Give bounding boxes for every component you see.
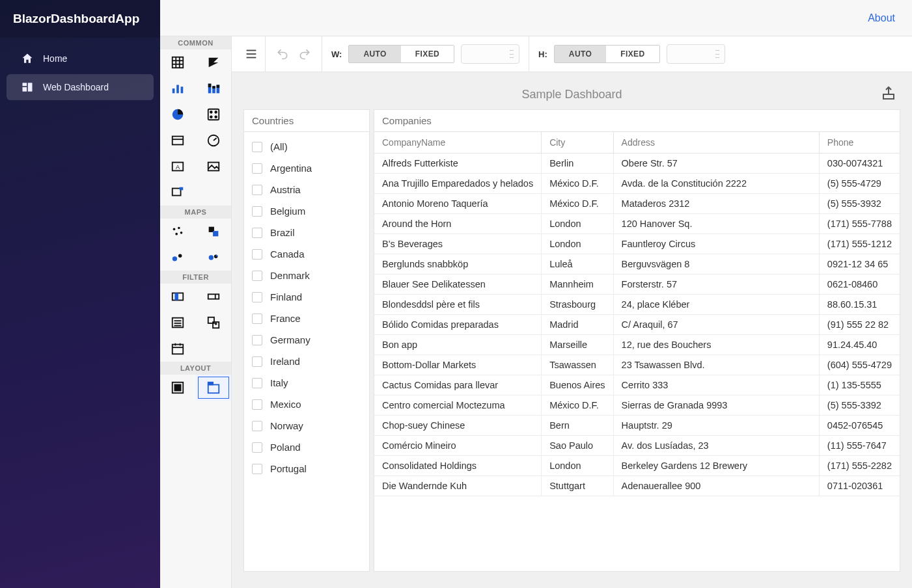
height-mode-toggle[interactable]: AUTO FIXED: [554, 45, 660, 63]
tool-dice[interactable]: [196, 101, 232, 127]
tool-pie-map[interactable]: [196, 245, 232, 271]
table-row[interactable]: Bólido Comidas preparadasMadridC/ Araqui…: [374, 315, 900, 335]
cell-name: Berglunds snabbköp: [374, 254, 542, 274]
toolbox-group-common: COMMON: [160, 36, 231, 49]
cell-address: 23 Tsawassen Blvd.: [613, 355, 819, 375]
table-row[interactable]: Consolidated HoldingsLondonBerkeley Gard…: [374, 456, 900, 476]
cell-phone: 88.60.15.31: [819, 295, 900, 315]
cell-phone: (171) 555-1212: [819, 234, 900, 254]
svg-point-19: [210, 111, 212, 113]
height-input[interactable]: [667, 44, 725, 64]
cell-name: Bottom-Dollar Markets: [374, 355, 542, 375]
col-company-name[interactable]: CompanyName: [374, 132, 542, 154]
companies-table: CompanyName City Address Phone Alfreds F…: [374, 132, 900, 496]
cell-name: Comércio Mineiro: [374, 436, 542, 456]
table-row[interactable]: Blauer See DelikatessenMannheimForsterst…: [374, 274, 900, 295]
tool-bubble-map[interactable]: [160, 245, 196, 271]
cell-address: Sierras de Granada 9993: [613, 395, 819, 416]
width-auto-button[interactable]: AUTO: [349, 46, 400, 62]
tool-text[interactable]: A: [160, 154, 196, 180]
tool-tab-container[interactable]: [196, 375, 232, 401]
tool-list-filter[interactable]: [160, 310, 196, 336]
country-item[interactable]: Portugal: [251, 458, 363, 479]
svg-rect-31: [180, 187, 184, 191]
tool-pie-chart[interactable]: [160, 101, 196, 127]
table-row[interactable]: Bon appMarseille12, rue des Bouchers91.2…: [374, 335, 900, 355]
tool-date-filter[interactable]: [160, 336, 196, 362]
width-fixed-button[interactable]: FIXED: [401, 46, 454, 62]
width-mode-toggle[interactable]: AUTO FIXED: [348, 45, 454, 63]
svg-rect-43: [175, 293, 179, 301]
country-item[interactable]: Italy: [251, 372, 363, 394]
country-item[interactable]: Poland: [251, 436, 363, 458]
country-item[interactable]: Ireland: [251, 351, 363, 372]
table-row[interactable]: Chop-suey ChineseBernHauptstr. 290452-07…: [374, 416, 900, 436]
checkbox-icon: [252, 292, 262, 302]
cell-name: B's Beverages: [374, 234, 542, 254]
table-row[interactable]: Antonio Moreno TaqueríaMéxico D.F.Matade…: [374, 194, 900, 214]
table-row[interactable]: Berglunds snabbköpLuleåBerguvsvägen 8092…: [374, 254, 900, 274]
tool-bound-image[interactable]: [160, 180, 196, 206]
toolbox-group-maps: MAPS: [160, 206, 231, 219]
country-item[interactable]: Austria: [251, 179, 363, 200]
tool-combo-filter[interactable]: [196, 284, 232, 310]
country-item[interactable]: France: [251, 308, 363, 329]
height-auto-button[interactable]: AUTO: [555, 46, 606, 62]
country-item[interactable]: Brazil: [251, 222, 363, 243]
table-row[interactable]: Die Wandernde KuhStuttgartAdenauerallee …: [374, 476, 900, 496]
table-row[interactable]: Ana Trujillo Emparedados y heladosMéxico…: [374, 174, 900, 194]
width-input[interactable]: [461, 44, 519, 64]
height-fixed-button[interactable]: FIXED: [606, 46, 659, 62]
table-row[interactable]: Centro comercial MoctezumaMéxico D.F.Sie…: [374, 395, 900, 416]
cell-address: Avda. de la Constitución 2222: [613, 174, 819, 194]
menu-button[interactable]: [237, 36, 266, 72]
cell-city: Tsawassen: [542, 355, 613, 375]
workspace: COMMON A MAPS F: [160, 36, 912, 588]
col-phone[interactable]: Phone: [819, 132, 900, 154]
table-row[interactable]: Cactus Comidas para llevarBuenos AiresCe…: [374, 375, 900, 395]
tool-card[interactable]: [160, 127, 196, 154]
tool-gauge[interactable]: [196, 127, 232, 154]
tool-tree-filter[interactable]: [196, 310, 232, 336]
country-item[interactable]: (All): [251, 136, 363, 157]
checkbox-icon: [252, 228, 262, 238]
tool-grid[interactable]: [160, 49, 196, 75]
col-city[interactable]: City: [542, 132, 613, 154]
table-row[interactable]: Around the HornLondon120 Hanover Sq.(171…: [374, 214, 900, 234]
col-address[interactable]: Address: [613, 132, 819, 154]
country-item[interactable]: Norway: [251, 415, 363, 436]
tool-scatter-map[interactable]: [160, 219, 196, 245]
tool-range-filter[interactable]: [160, 284, 196, 310]
table-row[interactable]: B's BeveragesLondonFauntleroy Circus(171…: [374, 234, 900, 254]
table-row[interactable]: Bottom-Dollar MarketsTsawassen23 Tsawass…: [374, 355, 900, 375]
cell-city: México D.F.: [542, 395, 613, 416]
export-button[interactable]: [881, 85, 896, 101]
svg-point-40: [208, 255, 213, 260]
country-item[interactable]: Denmark: [251, 265, 363, 286]
cell-name: Ana Trujillo Emparedados y helados: [374, 174, 542, 194]
country-item[interactable]: Finland: [251, 286, 363, 308]
cell-city: Marseille: [542, 335, 613, 355]
undo-button[interactable]: [275, 46, 290, 62]
country-item[interactable]: Canada: [251, 243, 363, 265]
cell-phone: (5) 555-3932: [819, 194, 900, 214]
table-row[interactable]: Blondesddsl père et filsStrasbourg24, pl…: [374, 295, 900, 315]
home-icon: [21, 52, 34, 65]
tool-group[interactable]: [160, 375, 196, 401]
svg-point-38: [173, 256, 177, 261]
table-row[interactable]: Alfreds FutterkisteBerlinObere Str. 5703…: [374, 154, 900, 174]
nav-home[interactable]: Home: [7, 46, 154, 72]
table-row[interactable]: Comércio MineiroSao PauloAv. dos Lusíada…: [374, 436, 900, 456]
nav-web-dashboard[interactable]: Web Dashboard: [7, 74, 154, 100]
tool-bar-chart[interactable]: [160, 75, 196, 101]
country-item[interactable]: Germany: [251, 329, 363, 351]
tool-image[interactable]: [196, 154, 232, 180]
about-link[interactable]: About: [868, 12, 895, 24]
redo-button[interactable]: [297, 46, 312, 62]
tool-pivot[interactable]: [196, 49, 232, 75]
tool-stacked-chart[interactable]: [196, 75, 232, 101]
country-item[interactable]: Mexico: [251, 394, 363, 415]
country-item[interactable]: Argentina: [251, 157, 363, 179]
country-item[interactable]: Belgium: [251, 200, 363, 222]
tool-choropleth-map[interactable]: [196, 219, 232, 245]
